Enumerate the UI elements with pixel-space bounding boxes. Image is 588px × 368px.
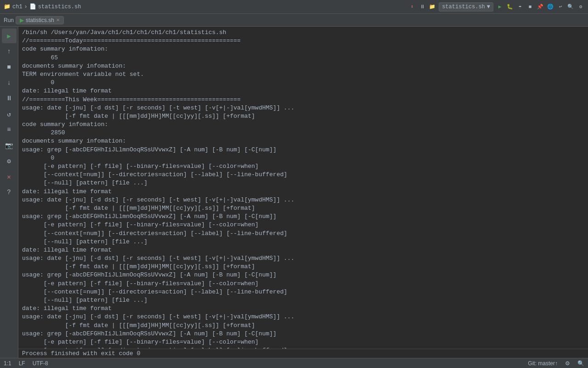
process-status-line: Process finished with exit code 0 [18,349,588,358]
terminal-line: documents summary infomation: [22,137,584,145]
coverage-icon[interactable]: ☂ [516,3,524,11]
terminal-line: 2850 [22,129,584,137]
run-toolbar: Run ▶ statistics.sh ✕ [0,14,588,27]
tab-close-icon[interactable]: ✕ [56,17,60,23]
terminal-container: /bin/sh /Users/yan/Java/ch1/ch1/ch1/ch1/… [18,27,588,358]
debug-icon[interactable]: 🐛 [506,3,514,11]
pause-icon[interactable]: ⏸ [418,3,426,11]
process-status-text: Process finished with exit code 0 [22,350,584,357]
terminal-line: code summary infomation: [22,45,584,53]
status-settings-icon[interactable]: ⚙ [565,360,570,367]
sidebar-rerun-btn[interactable]: ↺ [2,107,17,121]
sidebar-close-btn[interactable]: ✕ [2,169,17,184]
run-config-label: statistics.sh [442,4,485,10]
run-label: Run [4,17,14,23]
run-tab-name: statistics.sh [26,17,54,23]
sidebar-up-btn[interactable]: ↑ [2,44,17,59]
folder-action-icon[interactable]: 📁 [429,3,436,11]
terminal-line: //==========This Week===================… [22,96,584,104]
dropdown-arrow-icon: ▼ [487,4,490,10]
folder-icon: 📁 [4,3,11,10]
terminal-line: [-f fmt date | [[[mm]dd]HH]MM[[cc]yy][.s… [22,263,584,271]
terminal-line: date: illegal time format [22,188,584,196]
sidebar-down-btn[interactable]: ↓ [2,75,17,90]
sidebar-camera-btn[interactable]: 📷 [2,138,17,153]
terminal-line: [-e pattern] [-f file] [--binary-files=v… [22,280,584,288]
terminal-line: [-f fmt date | [[[mm]dd]HH]MM[[cc]yy][.s… [22,112,584,121]
breadcrumb-sep: › [24,4,28,10]
terminal-line: usage: date [-jnu] [-d dst] [-r seconds]… [22,196,584,204]
status-vcs: Git: master↑ [528,360,558,367]
terminal-line: documents summary infomation: [22,62,584,70]
terminal-line: code summary infomation: [22,121,584,129]
terminal-line: date: illegal time format [22,305,584,313]
terminal-line: usage: grep [-abcDEFGHhIiJLlmnOoqRSsUVvw… [22,146,584,154]
terminal-line: 0 [22,79,584,87]
search-title-icon[interactable]: 🔍 [567,3,574,11]
pin-title-icon[interactable]: 📌 [537,3,544,11]
terminal-line: [--null] [pattern] [file ...] [22,296,584,305]
restore-icon[interactable]: ↩ [557,3,564,11]
terminal-line: 0 [22,154,584,162]
run-config-dropdown[interactable]: statistics.sh ▼ [439,2,493,12]
terminal-line: [-f fmt date | [[[mm]dd]HH]MM[[cc]yy][.s… [22,204,584,213]
title-bar-actions: ⬇ ⏸ 📁 statistics.sh ▼ ▶ 🐛 ☂ ■ 📌 🌐 ↩ 🔍 ⚙ [408,2,584,12]
status-position: 1:1 [4,360,11,367]
sidebar: ▶ ↑ ■ ↓ ⏸ ↺ ≡ 📷 ⚙ ✕ ? [0,27,18,358]
breadcrumb-ch1[interactable]: ch1 [12,4,23,10]
terminal-line: usage: date [-jnu] [-d dst] [-r seconds]… [22,313,584,321]
run-tab[interactable]: ▶ statistics.sh ✕ [16,16,64,24]
stop-title-icon[interactable]: ■ [526,3,534,11]
sidebar-stats-btn[interactable]: ≡ [2,122,17,137]
terminal-line: [--null] [pattern] [file ...] [22,179,584,187]
sidebar-stop-btn[interactable]: ■ [2,60,17,75]
sidebar-pause-btn[interactable]: ⏸ [2,91,17,106]
terminal-line: date: illegal time format [22,246,584,254]
sidebar-play-btn[interactable]: ▶ [2,29,17,43]
sidebar-gear-btn[interactable]: ⚙ [2,154,17,168]
terminal-line: [--context[=num]] [--directories=action]… [22,171,584,179]
terminal-output: /bin/sh /Users/yan/Java/ch1/ch1/ch1/ch1/… [18,27,588,349]
terminal-line: usage: date [-jnu] [-d dst] [-r seconds]… [22,104,584,112]
terminal-line: 65 [22,54,584,62]
terminal-line: TERM environment variable not set. [22,70,584,79]
tab-icon: ▶ [20,17,24,23]
status-line-endings: LF [19,360,25,367]
terminal-line: [-f fmt date | [[[mm]dd]HH]MM[[cc]yy][.s… [22,322,584,330]
terminal-line: //==========Today=======================… [22,37,584,45]
terminal-line: date: illegal time format [22,87,584,95]
terminal-line: usage: date [-jnu] [-d dst] [-r seconds]… [22,254,584,263]
network-icon[interactable]: 🌐 [547,3,554,11]
script-icon: 📄 [29,3,36,10]
terminal-line: usage: grep [-abcDEFGHhIiJLlmnOoqRSsUVvw… [22,330,584,338]
breadcrumb: 📁 ch1 › 📄 statistics.sh [4,3,81,10]
terminal-line: usage: grep [-abcDEFGHhIiJLlmnOoqRSsUVvw… [22,271,584,279]
sidebar-help-btn[interactable]: ? [2,185,17,200]
play-title-icon[interactable]: ▶ [496,3,503,11]
status-search-icon[interactable]: 🔍 [577,360,584,367]
terminal-line: usage: grep [-abcDEFGHhIiJLlmnOoqRSsUVvw… [22,213,584,221]
terminal-line: [--context[=num]] [--directories=action]… [22,230,584,238]
status-encoding: UTF-8 [33,360,48,367]
title-bar: 📁 ch1 › 📄 statistics.sh ⬇ ⏸ 📁 statistics… [0,0,588,14]
terminal-line: [--context[=num]] [--directories=action]… [22,288,584,296]
terminal-line: [-e pattern] [-f file] [--binary-files=v… [22,221,584,229]
main-area: ▶ ↑ ■ ↓ ⏸ ↺ ≡ 📷 ⚙ ✕ ? /bin/sh /Users/yan… [0,27,588,358]
status-bar: 1:1 LF UTF-8 Git: master↑ ⚙ 🔍 [0,358,588,368]
settings-icon[interactable]: ⚙ [577,3,584,11]
terminal-line: [-e pattern] [-f file] [--binary-files=v… [22,338,584,346]
download-icon[interactable]: ⬇ [408,3,416,11]
terminal-line: [--null] [pattern] [file ...] [22,238,584,246]
terminal-line: [-e pattern] [-f file] [--binary-files=v… [22,162,584,171]
breadcrumb-file[interactable]: statistics.sh [38,4,81,10]
terminal-line: /bin/sh /Users/yan/Java/ch1/ch1/ch1/ch1/… [22,29,584,37]
